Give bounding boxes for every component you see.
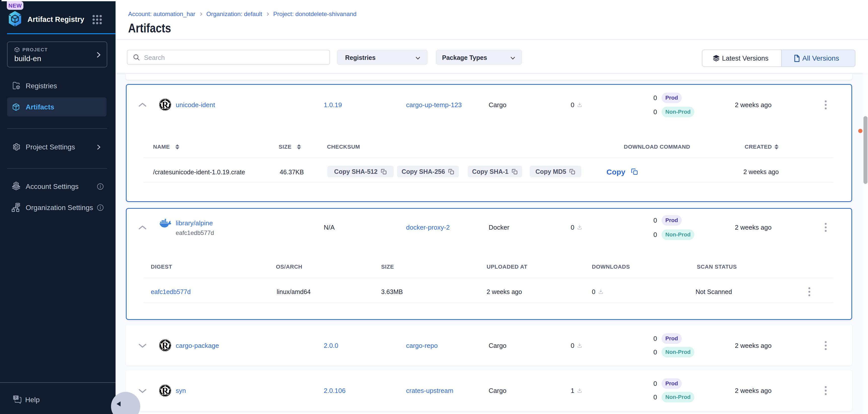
svg-text:?: ? [14, 395, 17, 400]
